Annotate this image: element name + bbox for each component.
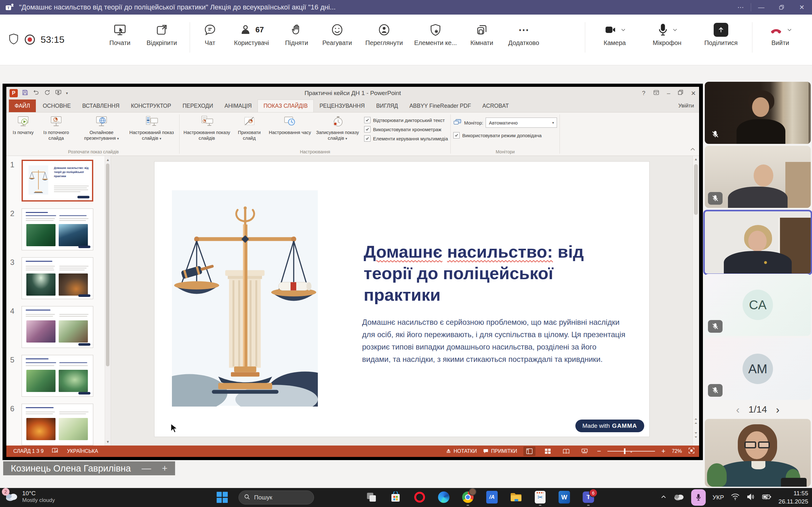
rooms-button[interactable]: Кімнати — [463, 22, 501, 47]
wifi-icon[interactable] — [731, 493, 740, 502]
scroll-down-icon[interactable]: ▼ — [105, 440, 111, 444]
snipping-tool-icon[interactable]: ✂ — [534, 491, 547, 504]
customize-quick-access-icon[interactable]: ▾ — [66, 91, 68, 95]
setup-slideshow-button[interactable]: Настроювання показу слайдів — [183, 114, 230, 141]
tab-home[interactable]: ОСНОВНЕ — [37, 100, 77, 112]
next-page-icon[interactable]: › — [776, 403, 779, 416]
reading-view-button[interactable] — [560, 447, 572, 456]
restore-icon[interactable] — [771, 0, 792, 14]
chat-button[interactable]: Чат — [196, 22, 224, 47]
participant-tile-ca[interactable]: CA — [705, 274, 811, 336]
spellcheck-icon[interactable] — [52, 448, 59, 455]
participants-button[interactable]: 67 Користувачі — [226, 22, 277, 47]
zoom-slider-thumb[interactable] — [624, 448, 625, 454]
monitor-select[interactable]: Автоматично ▾ — [486, 118, 557, 128]
participant-video-4[interactable] — [705, 419, 811, 487]
from-beginning-button[interactable]: Із початку — [11, 114, 35, 135]
language-switcher[interactable]: УКР — [713, 494, 724, 501]
slide-6-thumbnail[interactable] — [21, 404, 93, 446]
view-button[interactable]: Переглянути — [360, 22, 408, 47]
slide-1-thumbnail[interactable]: Домашнє насильство: від теорії до поліце… — [21, 160, 93, 202]
taskbar-clock[interactable]: 11:55 26.11.2025 — [778, 489, 808, 505]
save-icon[interactable] — [21, 89, 29, 97]
checkbox-presenter-view[interactable]: Використовувати режим доповідача — [453, 132, 557, 138]
slideshow-view-button[interactable] — [578, 447, 591, 456]
hide-slide-button[interactable]: Приховати слайд — [233, 114, 266, 141]
zoom-out-icon[interactable]: — — [142, 463, 151, 474]
more-options-icon[interactable]: ⋯ — [730, 0, 751, 14]
redo-icon[interactable] — [44, 89, 51, 97]
participant-video-2[interactable] — [705, 146, 811, 208]
fit-to-window-icon[interactable] — [688, 447, 695, 455]
present-online-button[interactable]: Онлайнове презентування ▾ — [78, 114, 125, 141]
custom-slideshow-button[interactable]: Настроюваний показ слайдів ▾ — [128, 114, 175, 141]
zoom-out-icon[interactable]: − — [597, 447, 601, 455]
tab-slideshow[interactable]: ПОКАЗ СЛАЙДІВ — [258, 100, 314, 112]
scroll-up-icon[interactable]: ▲ — [693, 157, 699, 161]
record-slideshow-button[interactable]: Записування показу слайдів ▾ — [314, 114, 361, 141]
sign-in-link[interactable]: Увійти — [678, 100, 694, 112]
react-button[interactable]: Реагувати — [316, 22, 358, 47]
zoom-in-icon[interactable]: + — [661, 447, 665, 455]
tab-insert[interactable]: ВСТАВЛЕННЯ — [77, 100, 125, 112]
zoom-slider[interactable]: + — [607, 451, 655, 452]
slide-5-thumbnail[interactable] — [21, 355, 93, 397]
zoom-in-icon[interactable]: + — [162, 463, 167, 474]
chevron-down-icon[interactable] — [786, 27, 792, 33]
scrollbar-thumb[interactable] — [694, 164, 698, 215]
ribbon-display-options-icon[interactable] — [653, 89, 659, 97]
leave-button[interactable]: Вийти — [758, 22, 803, 47]
meeting-apps-button[interactable]: Елементи ке... — [410, 22, 461, 47]
help-icon[interactable]: ? — [642, 90, 646, 97]
tab-view[interactable]: ВИГЛЯД — [370, 100, 404, 112]
notes-button[interactable]: НОТАТКИ — [446, 448, 477, 454]
ppt-restore-icon[interactable] — [678, 90, 683, 97]
checkbox-play-narrations[interactable]: Відтворювати дикторський текст — [364, 117, 448, 123]
participant-video-3-active-speaker[interactable] — [703, 210, 812, 275]
previous-slide-icon[interactable]: ⏶⏶ — [693, 417, 699, 425]
minimize-icon[interactable]: — — [751, 0, 771, 14]
undo-icon[interactable] — [32, 89, 40, 97]
slide-2-thumbnail[interactable] — [21, 209, 93, 250]
microphone-button[interactable]: Мікрофон — [641, 22, 694, 47]
ia-app-icon[interactable]: /A — [485, 491, 499, 504]
microsoft-store-icon[interactable] — [389, 491, 402, 504]
tab-design[interactable]: КОНСТРУКТОР — [125, 100, 177, 112]
start-slideshow-icon[interactable] — [55, 89, 62, 97]
battery-icon[interactable] — [762, 494, 771, 501]
chevron-down-icon[interactable] — [672, 27, 678, 33]
previous-page-icon[interactable]: ‹ — [736, 403, 740, 416]
tab-review[interactable]: РЕЦЕНЗУВАННЯ — [314, 100, 370, 112]
checkbox-use-timings[interactable]: Використовувати хронометраж — [364, 126, 448, 132]
camera-button[interactable]: Камера — [591, 22, 639, 47]
slide-scrollbar[interactable]: ▲ ⏶⏶ ⏷⏷ — [693, 156, 699, 446]
tab-abbyy[interactable]: ABBYY FineReader PDF — [404, 100, 477, 112]
teams-taskbar-icon[interactable]: T 6 — [582, 491, 595, 504]
slide-4-thumbnail[interactable] — [21, 306, 93, 348]
close-icon[interactable]: ✕ — [792, 0, 812, 14]
collapse-ribbon-icon[interactable] — [690, 147, 695, 153]
rehearse-timings-button[interactable]: Настроювання часу — [268, 114, 311, 135]
next-slide-icon[interactable]: ⏷⏷ — [693, 431, 699, 439]
share-button[interactable]: Поділитися — [696, 22, 746, 47]
slide-canvas[interactable]: Домашнє насильство: від теорії до поліце… — [154, 162, 649, 437]
gamma-badge[interactable]: Made with GAMMA — [575, 419, 644, 432]
chevron-down-icon[interactable] — [620, 27, 626, 33]
opera-icon[interactable] — [413, 491, 426, 504]
tab-file[interactable]: ФАЙЛ — [9, 100, 36, 112]
from-current-slide-button[interactable]: Із поточного слайда — [38, 114, 75, 141]
task-view-icon[interactable] — [365, 491, 378, 504]
scroll-up-icon[interactable]: ▲ — [105, 158, 111, 162]
ppt-minimize-icon[interactable]: – — [667, 90, 670, 97]
more-actions-button[interactable]: ⋯ Додатково — [503, 22, 545, 47]
edge-icon[interactable] — [437, 491, 450, 504]
onedrive-icon[interactable] — [673, 493, 684, 502]
normal-view-button[interactable] — [523, 447, 536, 456]
taskbar-search[interactable]: Пошук — [239, 491, 314, 504]
tab-transitions[interactable]: ПЕРЕХОДИ — [177, 100, 218, 112]
hidden-icons-chevron[interactable] — [661, 495, 666, 500]
ppt-close-icon[interactable]: ✕ — [691, 90, 696, 97]
raise-hand-button[interactable]: Підняти — [279, 22, 314, 47]
chrome-icon[interactable] — [461, 491, 474, 504]
language-indicator[interactable]: УКРАЇНСЬКА — [67, 448, 98, 454]
